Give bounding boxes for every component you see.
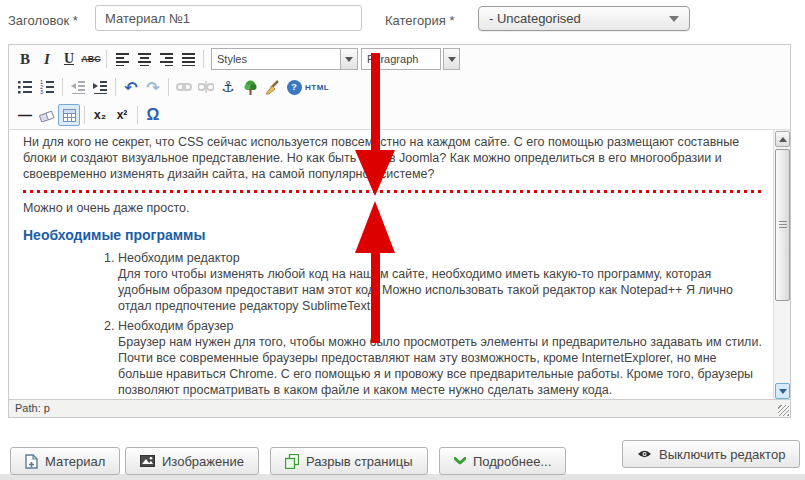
toggle-editor-button[interactable]: Выключить редактор [622, 440, 800, 468]
numbered-list: Необходим редактор Для того чтобы изменя… [23, 250, 764, 399]
chevron-down-icon[interactable] [443, 48, 460, 70]
triangle-down-icon [779, 389, 787, 394]
align-left-button[interactable] [111, 48, 133, 70]
category-select[interactable]: - Uncategorised [478, 6, 690, 31]
toolbar-separator [203, 50, 204, 68]
insert-image-label: Изображение [162, 454, 244, 469]
category-label: Категория * [385, 13, 454, 28]
subscript-button[interactable]: x₂ [89, 104, 111, 126]
help-button[interactable]: ? [283, 76, 305, 98]
undo-button[interactable]: ↶ [120, 76, 142, 98]
link-button[interactable] [173, 76, 195, 98]
unlink-button[interactable] [195, 76, 217, 98]
list-item-body: Для того чтобы изменять любой код на наш… [118, 266, 764, 314]
triangle-up-icon [779, 137, 787, 142]
readmore-label: Подробнее... [473, 454, 551, 469]
pagebreak-button[interactable]: Разрыв страницы [270, 447, 428, 475]
anchor-button[interactable]: ⚓ [217, 76, 239, 98]
rich-text-editor: B I U ABC Styles Paragraph 123 ↶ ↷ ⚓ [8, 44, 791, 418]
list-item-body: Браузер нам нужен для того, чтобы можно … [118, 334, 764, 398]
insert-article-button[interactable]: Материал [10, 447, 120, 475]
document-plus-icon [25, 454, 38, 469]
toolbar-separator [115, 78, 116, 96]
toggle-editor-label: Выключить редактор [659, 447, 785, 462]
editor-status-bar: Path: p [9, 399, 790, 417]
list-item-title: Необходим редактор [118, 250, 764, 266]
element-path[interactable]: Path: p [15, 402, 50, 414]
html-source-button[interactable]: HTML [305, 76, 329, 98]
underline-button[interactable]: U [58, 48, 80, 70]
outdent-button[interactable] [67, 76, 89, 98]
styles-combo-value: Styles [211, 48, 341, 70]
toolbar-row-2: 123 ↶ ↷ ⚓ ? HTML [9, 73, 790, 101]
pagebreak-label: Разрыв страницы [306, 454, 413, 469]
cleanup-button[interactable] [261, 76, 283, 98]
editor-content-area[interactable]: Ни для кого не секрет, что CSS сейчас ис… [9, 129, 790, 399]
thumb-grip-icon [779, 221, 787, 228]
annotation-arrow-up-head [355, 201, 395, 253]
numbered-list-button[interactable]: 123 [36, 76, 58, 98]
readmore-button[interactable]: Подробнее... [439, 447, 566, 475]
list-item-title: Необходим браузер [118, 318, 764, 334]
bold-button[interactable]: B [14, 48, 36, 70]
list-item: Необходим редактор Для того чтобы изменя… [118, 250, 764, 314]
indent-button[interactable] [89, 76, 111, 98]
scroll-down-button[interactable] [775, 383, 790, 399]
picture-icon [140, 455, 155, 467]
chevron-down-icon [454, 457, 466, 465]
insert-article-label: Материал [45, 454, 105, 469]
superscript-button[interactable]: x² [111, 104, 133, 126]
title-input[interactable] [95, 5, 362, 31]
chevron-down-icon [669, 16, 679, 22]
insert-image-button[interactable] [239, 76, 261, 98]
toolbar-separator [62, 78, 63, 96]
align-right-button[interactable] [155, 48, 177, 70]
visual-aid-button[interactable] [58, 104, 80, 126]
annotation-arrow-up-shaft [371, 250, 380, 343]
vertical-scrollbar[interactable] [773, 130, 790, 399]
align-center-button[interactable] [133, 48, 155, 70]
svg-text:3: 3 [40, 89, 43, 94]
toolbar-row-1: B I U ABC Styles Paragraph [9, 45, 790, 73]
toolbar-row-3: — x₂ x² Ω [9, 101, 790, 129]
align-justify-button[interactable] [177, 48, 199, 70]
category-select-value: - Uncategorised [489, 11, 581, 26]
toolbar-separator [106, 50, 107, 68]
remove-format-button[interactable] [36, 104, 58, 126]
italic-button[interactable]: I [36, 48, 58, 70]
eye-icon [637, 449, 652, 459]
horizontal-rule-button[interactable]: — [14, 104, 36, 126]
title-label: Заголовок * [8, 13, 78, 28]
resize-grip-icon[interactable] [778, 405, 789, 416]
redo-button[interactable]: ↷ [142, 76, 164, 98]
annotation-arrow-down-shaft [371, 53, 380, 153]
strikethrough-button[interactable]: ABC [80, 48, 102, 70]
list-item: Необходим браузер Браузер нам нужен для … [118, 318, 764, 398]
scrollbar-thumb[interactable] [775, 149, 790, 301]
annotation-arrow-down-head [355, 150, 395, 196]
toolbar-separator [168, 78, 169, 96]
toolbar-separator [137, 106, 138, 124]
scroll-up-button[interactable] [775, 131, 790, 147]
chevron-down-icon[interactable] [341, 48, 358, 70]
styles-combo[interactable]: Styles [211, 48, 358, 70]
bullet-list-button[interactable] [14, 76, 36, 98]
pages-icon [285, 454, 299, 469]
toolbar-separator [84, 106, 85, 124]
insert-image-button-footer[interactable]: Изображение [125, 447, 259, 475]
special-char-button[interactable]: Ω [142, 104, 164, 126]
